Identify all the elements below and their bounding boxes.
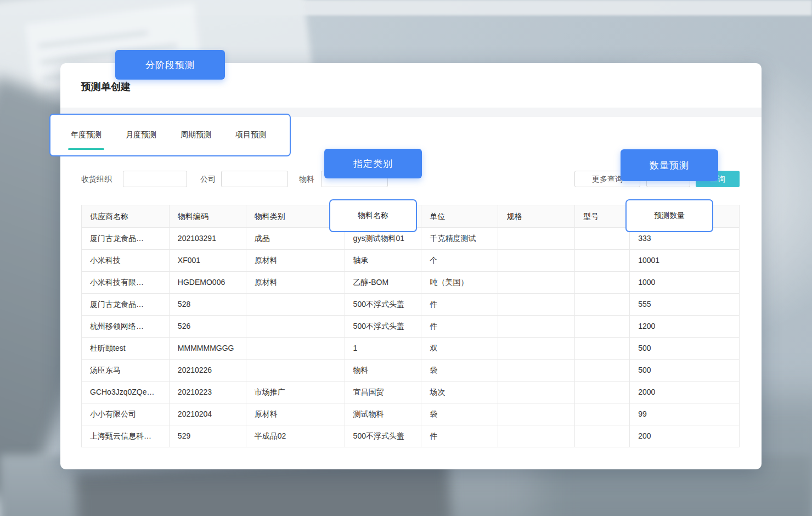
table-cell: 上海甄云信息科…	[82, 425, 170, 447]
table-cell: 555	[630, 294, 740, 316]
table-cell: 1	[345, 338, 422, 360]
quantity-forecast-callout: 数量预测	[621, 149, 718, 181]
receiving-org-input[interactable]	[123, 171, 187, 187]
table-cell	[575, 425, 630, 447]
table-cell: 1000	[630, 272, 740, 294]
forecast-table: 供应商名称物料编码物料类别物料名称单位规格型号预测数量 厦门古龙食品…20210…	[81, 205, 740, 447]
company-input[interactable]	[221, 171, 288, 187]
column-header: 单位	[421, 205, 498, 228]
table-row[interactable]: GCHo3Jzq0ZQe…20210223市场推广宜昌国贸场次2000	[82, 382, 740, 403]
table-row[interactable]: 杜昕颐testMMMMMMGGG1双500	[82, 338, 740, 360]
table-cell: 汤臣东马	[82, 360, 170, 382]
table-cell	[498, 403, 575, 425]
table-cell: 528	[170, 294, 246, 316]
receiving-org-label: 收货组织	[81, 171, 112, 187]
tab-project-forecast[interactable]: 项目预测	[235, 127, 266, 143]
table-cell	[575, 338, 630, 360]
table-cell: 500不浮式头盖	[345, 425, 422, 447]
table-cell	[498, 316, 575, 338]
table-cell: 20210226	[170, 360, 246, 382]
column-header: 物料编码	[170, 205, 246, 228]
table-cell: 10001	[630, 250, 740, 272]
table-cell	[498, 272, 575, 294]
material-name-highlight-box: 物料名称	[329, 199, 417, 232]
table-cell	[575, 360, 630, 382]
column-header: 供应商名称	[82, 205, 170, 228]
table-cell: HGDEMO006	[170, 272, 246, 294]
table-cell	[575, 316, 630, 338]
tab-annual-forecast[interactable]: 年度预测	[71, 127, 101, 143]
table-cell: 轴承	[345, 250, 422, 272]
table-cell: 原材料	[246, 272, 345, 294]
table-cell: 件	[421, 425, 498, 447]
table-cell: XF001	[170, 250, 246, 272]
table-cell: 厦门古龙食品…	[82, 294, 170, 316]
table-cell: 乙醇-BOM	[345, 272, 422, 294]
table-cell: 99	[630, 403, 740, 425]
table-cell: MMMMMMGGG	[170, 338, 246, 360]
table-cell: 物料	[345, 360, 422, 382]
column-header: 规格	[498, 205, 575, 228]
table-cell: 202103291	[170, 228, 246, 250]
table-row[interactable]: 上海甄云信息科…529半成品02500不浮式头盖件200	[82, 425, 740, 447]
table-cell: 2000	[630, 382, 740, 403]
table-cell: 件	[421, 294, 498, 316]
table-cell: 526	[170, 316, 246, 338]
screen: 预测单创建 年度预测 月度预测 周期预测 项目预测 收货组织 公司 物料 更多查…	[0, 0, 812, 516]
specify-category-callout: 指定类别	[324, 149, 422, 178]
page-title: 预测单创建	[81, 80, 131, 93]
table-cell: 原材料	[246, 403, 345, 425]
table-cell	[246, 316, 345, 338]
table-cell	[498, 382, 575, 403]
table-cell: 杜昕颐test	[82, 338, 170, 360]
table-cell: 市场推广	[246, 382, 345, 403]
tab-period-forecast[interactable]: 周期预测	[181, 127, 211, 143]
table-cell: 宜昌国贸	[345, 382, 422, 403]
table-cell: 小米科技有限…	[82, 272, 170, 294]
company-label: 公司	[200, 171, 216, 187]
table-cell: 吨（美国）	[421, 272, 498, 294]
table-cell	[246, 294, 345, 316]
table-cell: 场次	[421, 382, 498, 403]
table-cell	[498, 294, 575, 316]
table-cell	[246, 338, 345, 360]
table-row[interactable]: 厦门古龙食品…528500不浮式头盖件555	[82, 294, 740, 316]
table-cell	[246, 360, 345, 382]
table-cell: 200	[630, 425, 740, 447]
table-cell: 杭州移领网络…	[82, 316, 170, 338]
table-cell: 20210223	[170, 382, 246, 403]
table-cell: 500不浮式头盖	[345, 316, 422, 338]
table-cell	[575, 403, 630, 425]
table-cell	[575, 250, 630, 272]
table-cell	[498, 338, 575, 360]
table-cell	[498, 360, 575, 382]
table-cell: 袋	[421, 360, 498, 382]
table-cell: 袋	[421, 403, 498, 425]
table-row[interactable]: 小米科技XF001原材料轴承个10001	[82, 250, 740, 272]
column-header: 型号	[575, 205, 630, 228]
table-cell: 小小有限公司	[82, 403, 170, 425]
table-cell: 500	[630, 338, 740, 360]
table-cell: 件	[421, 316, 498, 338]
table-cell: 厦门古龙食品…	[82, 228, 170, 250]
table-cell	[575, 382, 630, 403]
table-row[interactable]: 小米科技有限…HGDEMO006原材料乙醇-BOM吨（美国）1000	[82, 272, 740, 294]
table-cell: 半成品02	[246, 425, 345, 447]
table-body: 厦门古龙食品…202103291成品gys测试物料01千克精度测试333小米科技…	[82, 228, 740, 447]
table-cell: 500	[630, 360, 740, 382]
table-cell: 500不浮式头盖	[345, 294, 422, 316]
table-cell	[575, 294, 630, 316]
table-cell	[575, 228, 630, 250]
table-cell: 小米科技	[82, 250, 170, 272]
table-row[interactable]: 汤臣东马20210226物料袋500	[82, 360, 740, 382]
table-cell: GCHo3Jzq0ZQe…	[82, 382, 170, 403]
table-row[interactable]: 杭州移领网络…526500不浮式头盖件1200	[82, 316, 740, 338]
table-cell: 测试物料	[345, 403, 422, 425]
phased-forecast-callout: 分阶段预测	[115, 50, 225, 80]
table-cell: 千克精度测试	[421, 228, 498, 250]
table-cell	[575, 272, 630, 294]
tabs-highlight-box: 年度预测 月度预测 周期预测 项目预测	[49, 114, 291, 156]
table-row[interactable]: 小小有限公司20210204原材料测试物料袋99	[82, 403, 740, 425]
table-cell: 原材料	[246, 250, 345, 272]
tab-monthly-forecast[interactable]: 月度预测	[126, 127, 156, 143]
